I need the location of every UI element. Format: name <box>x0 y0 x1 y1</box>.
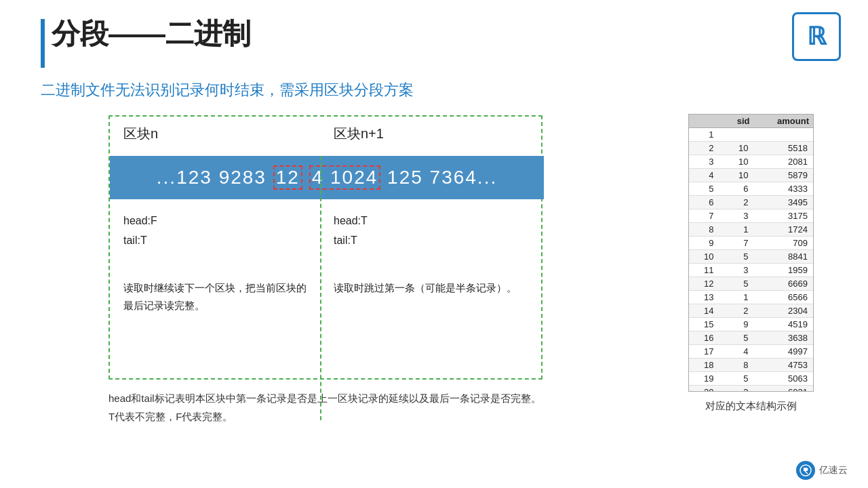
cell-rownum: 17 <box>689 345 719 359</box>
cell-sid: 6 <box>719 182 753 196</box>
block-n-head: head:F <box>123 215 157 226</box>
table-row: 1 <box>689 128 813 142</box>
block-n1-label: 区块n+1 <box>334 125 384 143</box>
cell-sid: 1 <box>719 223 753 237</box>
header-amount: amount <box>753 115 813 128</box>
title-accent <box>41 19 45 68</box>
table-row: 811724 <box>689 223 813 237</box>
cell-amount: 3638 <box>753 331 813 345</box>
header-rownum <box>689 115 719 128</box>
block-n-info: head:F tail:T <box>123 211 157 251</box>
logo-box: ℝ <box>792 12 841 61</box>
cell-rownum: 20 <box>689 386 719 392</box>
logo-svg <box>800 464 812 476</box>
cell-sid: 5 <box>719 331 753 345</box>
bottom-desc: head和tail标记表明本区块中第一条记录是否是上一区块记录的延续以及最后一条… <box>108 389 542 426</box>
subtitle: 二进制文件无法识别记录何时结束，需采用区块分段方案 <box>41 80 414 100</box>
table-row: 564333 <box>689 182 813 196</box>
cell-rownum: 8 <box>689 223 719 237</box>
cell-sid: 3 <box>719 386 753 392</box>
table-row: 1955063 <box>689 372 813 386</box>
cell-amount: 5063 <box>753 372 813 386</box>
cell-amount: 4753 <box>753 359 813 372</box>
cell-sid: 8 <box>719 359 753 372</box>
cell-amount: 3175 <box>753 209 813 223</box>
table-row: 733175 <box>689 209 813 223</box>
cell-rownum: 13 <box>689 291 719 304</box>
table-row: 1316566 <box>689 291 813 304</box>
cell-sid: 3 <box>719 264 753 277</box>
table-label: 对应的文本结构示例 <box>688 400 814 413</box>
cell-sid: 10 <box>719 155 753 169</box>
cell-rownum: 1 <box>689 128 719 142</box>
block-divider <box>320 156 321 420</box>
cell-rownum: 4 <box>689 169 719 182</box>
cell-amount: 6566 <box>753 291 813 304</box>
table-row: 1653638 <box>689 331 813 345</box>
table-row: 1744997 <box>689 345 813 359</box>
cell-amount: 6031 <box>753 386 813 392</box>
cell-amount: 4333 <box>753 182 813 196</box>
cell-rownum: 5 <box>689 182 719 196</box>
cell-rownum: 14 <box>689 304 719 318</box>
cell-amount: 2081 <box>753 155 813 169</box>
table-row: 2036031 <box>689 386 813 392</box>
cell-rownum: 7 <box>689 209 719 223</box>
table-header-row: sid amount <box>689 115 813 128</box>
table-row: 623495 <box>689 196 813 209</box>
block-n1-head: head:T <box>334 215 368 226</box>
table-row: 2105518 <box>689 142 813 155</box>
table-row: 1422304 <box>689 304 813 318</box>
cell-sid: 3 <box>719 209 753 223</box>
cell-sid: 4 <box>719 345 753 359</box>
cell-sid: 7 <box>719 237 753 250</box>
cell-sid: 5 <box>719 277 753 291</box>
cell-rownum: 10 <box>689 250 719 264</box>
cell-amount <box>753 128 813 142</box>
cell-sid: 10 <box>719 142 753 155</box>
table-row: 97709 <box>689 237 813 250</box>
cell-sid: 2 <box>719 196 753 209</box>
cell-rownum: 3 <box>689 155 719 169</box>
cell-sid: 5 <box>719 250 753 264</box>
cell-amount: 5879 <box>753 169 813 182</box>
cell-amount: 709 <box>753 237 813 250</box>
cell-amount: 3495 <box>753 196 813 209</box>
cell-sid: 2 <box>719 304 753 318</box>
cell-sid: 1 <box>719 291 753 304</box>
block-n1-desc: 读取时跳过第一条（可能是半条记录）。 <box>334 279 530 297</box>
cell-amount: 8841 <box>753 250 813 264</box>
cell-rownum: 15 <box>689 318 719 331</box>
cell-rownum: 18 <box>689 359 719 372</box>
table-row: 4105879 <box>689 169 813 182</box>
cell-rownum: 6 <box>689 196 719 209</box>
bottom-logo: 亿速云 <box>796 461 848 480</box>
block-n-tail: tail:T <box>123 235 147 246</box>
diagram-area: 区块n 区块n+1 ...123 9283 12 4 1024 125 7364… <box>108 115 542 380</box>
data-table: sid amount 12105518310208141058795643336… <box>688 114 814 392</box>
cell-rownum: 9 <box>689 237 719 250</box>
table-row: 1594519 <box>689 318 813 331</box>
table-row: 1058841 <box>689 250 813 264</box>
bottom-logo-text: 亿速云 <box>819 464 848 476</box>
table-inner: sid amount 12105518310208141058795643336… <box>689 115 813 392</box>
cell-sid: 9 <box>719 318 753 331</box>
cell-rownum: 12 <box>689 277 719 291</box>
highlight-text: ...123 9283 12 4 1024 125 7364... <box>157 165 497 190</box>
block-n-desc: 读取时继续读下一个区块，把当前区块的最后记录读完整。 <box>123 279 307 314</box>
cell-rownum: 11 <box>689 264 719 277</box>
cell-sid: 5 <box>719 372 753 386</box>
cell-amount: 4997 <box>753 345 813 359</box>
page-title: 分段——二进制 <box>52 15 251 53</box>
header-sid: sid <box>719 115 753 128</box>
svg-line-1 <box>805 471 808 474</box>
highlight-bar: ...123 9283 12 4 1024 125 7364... <box>110 156 544 199</box>
cell-amount: 5518 <box>753 142 813 155</box>
cell-sid <box>719 128 753 142</box>
block-n-label: 区块n <box>123 125 158 143</box>
block-n1-info: head:T tail:T <box>334 211 368 251</box>
cell-rownum: 16 <box>689 331 719 345</box>
bottom-logo-icon <box>796 461 815 480</box>
table-row: 3102081 <box>689 155 813 169</box>
cell-sid: 10 <box>719 169 753 182</box>
